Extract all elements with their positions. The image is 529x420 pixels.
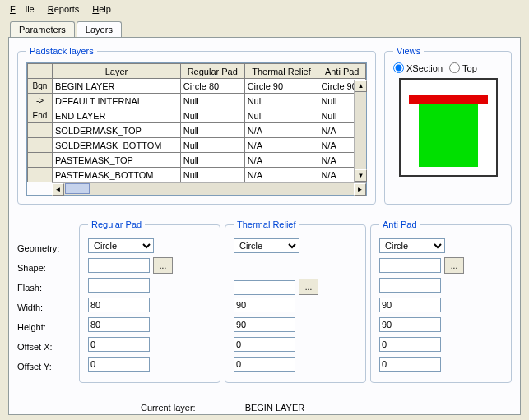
table-row[interactable]: SOLDERMASK_BOTTOMNullN/AN/A — [28, 138, 366, 153]
thermal-geometry-select[interactable]: Circle — [234, 238, 299, 253]
scroll-up-icon[interactable]: ▲ — [355, 80, 367, 92]
anti-offsety-input[interactable] — [379, 357, 441, 372]
table-row[interactable]: BgnBEGIN LAYERCircle 80Circle 90Circle 9… — [28, 79, 366, 94]
label-offsetx: Offset X: — [17, 337, 75, 357]
row-header[interactable]: -> — [28, 94, 53, 108]
cell-thermal[interactable]: N/A — [244, 123, 318, 138]
cell-layer[interactable]: DEFAULT INTERNAL — [53, 94, 181, 108]
table-row[interactable]: PASTEMASK_BOTTOMNullN/AN/A — [28, 168, 366, 182]
anti-shape-browse[interactable]: ... — [444, 257, 464, 274]
row-header[interactable] — [28, 153, 53, 168]
anti-shape-input[interactable] — [379, 258, 441, 273]
radio-top-label: Top — [462, 63, 477, 73]
cell-thermal[interactable]: Null — [244, 108, 318, 123]
anti-offsetx-input[interactable] — [379, 337, 441, 352]
cell-layer[interactable]: END LAYER — [53, 108, 181, 123]
regular-flash-input[interactable] — [88, 278, 150, 293]
cell-layer[interactable]: SOLDERMASK_TOP — [53, 123, 181, 138]
table-vscrollbar[interactable]: ▲ ▼ — [354, 80, 366, 182]
row-header[interactable]: Bgn — [28, 79, 53, 94]
scroll-right-icon[interactable]: ► — [354, 183, 366, 196]
regular-offsety-input[interactable] — [88, 357, 150, 372]
cell-layer[interactable]: BEGIN LAYER — [53, 79, 181, 94]
radio-xsection-label: XSection — [406, 63, 443, 73]
regular-shape-browse[interactable]: ... — [153, 257, 173, 274]
cell-regular[interactable]: Null — [180, 153, 244, 168]
menu-help[interactable]: Help — [87, 2, 116, 16]
current-layer-label: Current layer: — [141, 403, 196, 413]
preview-red-bar — [409, 95, 488, 104]
row-header[interactable] — [28, 168, 53, 182]
view-preview — [399, 78, 498, 177]
cell-layer[interactable]: PASTEMASK_TOP — [53, 153, 181, 168]
table-row[interactable]: SOLDERMASK_TOPNullN/AN/A — [28, 123, 366, 138]
anti-geometry-select[interactable]: Circle — [379, 238, 445, 253]
cell-thermal[interactable]: N/A — [244, 153, 318, 168]
tab-parameters[interactable]: Parameters — [10, 21, 75, 37]
regular-shape-input[interactable] — [88, 258, 150, 273]
regular-height-input[interactable] — [88, 317, 150, 332]
anti-height-input[interactable] — [379, 317, 441, 332]
regular-offsetx-input[interactable] — [88, 337, 150, 352]
label-height: Height: — [17, 317, 75, 337]
cell-regular[interactable]: Null — [180, 108, 244, 123]
cell-regular[interactable]: Null — [180, 94, 244, 108]
thermal-relief-legend: Thermal Relief — [234, 219, 299, 229]
cell-thermal[interactable]: Null — [244, 94, 318, 108]
padstack-layers-group: Padstack layers Layer Regular Pad Therma… — [17, 46, 376, 205]
radio-xsection[interactable]: XSection — [393, 62, 443, 73]
row-header[interactable] — [28, 123, 53, 138]
radio-top-input[interactable] — [449, 62, 460, 73]
regular-width-input[interactable] — [88, 298, 150, 312]
table-row[interactable]: ->DEFAULT INTERNALNullNullNull — [28, 94, 366, 108]
anti-width-input[interactable] — [379, 298, 441, 312]
col-thermal[interactable]: Thermal Relief — [244, 64, 318, 79]
preview-green-block — [419, 104, 478, 167]
row-header[interactable] — [28, 138, 53, 153]
menu-reports[interactable]: Reports — [43, 2, 85, 16]
cell-regular[interactable]: Null — [180, 123, 244, 138]
label-shape: Shape: — [17, 258, 75, 278]
cell-layer[interactable]: SOLDERMASK_BOTTOM — [53, 138, 181, 153]
anti-pad-group: Anti Pad Circle ... — [370, 219, 512, 383]
cell-layer[interactable]: PASTEMASK_BOTTOM — [53, 168, 181, 182]
scroll-down-icon[interactable]: ▼ — [355, 169, 367, 182]
hscroll-track[interactable] — [90, 183, 354, 195]
layers-panel: Padstack layers Layer Regular Pad Therma… — [8, 37, 521, 415]
table-row[interactable]: PASTEMASK_TOPNullN/AN/A — [28, 153, 366, 168]
thermal-flash-input[interactable] — [234, 280, 295, 295]
col-anti[interactable]: Anti Pad — [318, 64, 366, 79]
radio-xsection-input[interactable] — [393, 62, 404, 73]
col-regular[interactable]: Regular Pad — [180, 64, 244, 79]
cell-thermal[interactable]: N/A — [244, 168, 318, 182]
hscroll-thumb[interactable] — [65, 183, 90, 194]
cell-regular[interactable]: Circle 80 — [180, 79, 244, 94]
thermal-offsetx-input[interactable] — [234, 337, 295, 352]
cell-regular[interactable]: Null — [180, 138, 244, 153]
row-header[interactable]: End — [28, 108, 53, 123]
cell-thermal[interactable]: Circle 90 — [244, 79, 318, 94]
col-blank[interactable] — [28, 64, 53, 79]
table-hscrollbar[interactable]: ◄ ► — [52, 182, 366, 195]
label-width: Width: — [17, 298, 75, 317]
tab-strip: Parameters Layers — [10, 21, 529, 37]
thermal-flash-browse[interactable]: ... — [299, 279, 318, 295]
regular-pad-legend: Regular Pad — [88, 219, 145, 229]
anti-pad-legend: Anti Pad — [379, 219, 420, 229]
menu-file[interactable]: File — [5, 2, 39, 16]
status-line: Current layer: BEGIN LAYER — [17, 403, 512, 413]
scroll-left-icon[interactable]: ◄ — [52, 183, 64, 196]
thermal-width-input[interactable] — [234, 298, 295, 312]
padstack-table[interactable]: Layer Regular Pad Thermal Relief Anti Pa… — [27, 63, 366, 182]
cell-thermal[interactable]: N/A — [244, 138, 318, 153]
tab-layers[interactable]: Layers — [77, 21, 122, 37]
cell-regular[interactable]: Null — [180, 168, 244, 182]
col-layer[interactable]: Layer — [53, 64, 181, 79]
thermal-height-input[interactable] — [234, 317, 295, 332]
anti-flash-input[interactable] — [379, 278, 441, 293]
label-offsety: Offset Y: — [17, 357, 75, 376]
radio-top[interactable]: Top — [449, 62, 477, 73]
table-row[interactable]: EndEND LAYERNullNullNull — [28, 108, 366, 123]
regular-geometry-select[interactable]: Circle — [88, 238, 154, 253]
thermal-offsety-input[interactable] — [234, 357, 295, 372]
